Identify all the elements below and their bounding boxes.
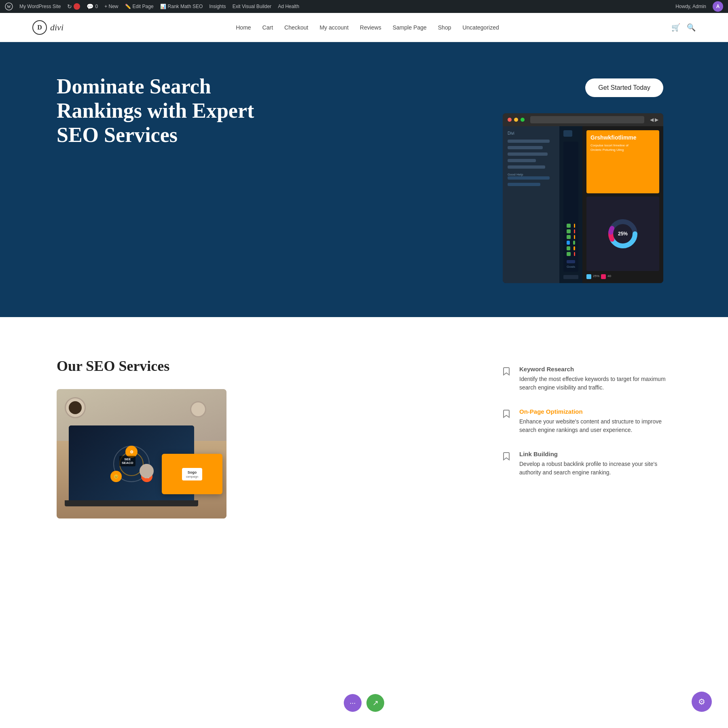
floating-chart-button[interactable]: ↗ [366, 694, 384, 712]
bookmark-icon-3 [502, 451, 511, 461]
admin-bar-howdy[interactable]: Howdy, Admin [675, 4, 706, 9]
hero-cta-button[interactable]: Get Started Today [585, 78, 663, 97]
logo-circle: D [32, 20, 47, 35]
admin-bar-rank-math[interactable]: 📊 Rank Math SEO [160, 4, 203, 9]
hero-title: Dominate Search Rankings with Expert SEO… [57, 74, 299, 147]
service-1-title: Keyword Research [519, 366, 671, 372]
comments-label: 0 [95, 4, 98, 9]
admin-bar-updates[interactable]: ↻ [67, 3, 80, 10]
admin-bar-insights[interactable]: Insights [209, 4, 226, 9]
ad-health-label: Ad Health [278, 4, 299, 9]
seo-chart: Goals [563, 142, 578, 272]
admin-bar-site-name[interactable]: My WordPress Site [19, 4, 61, 9]
nav-uncategorized[interactable]: Uncategorized [462, 24, 499, 31]
site-header: D divi Home Cart Checkout My account Rev… [0, 13, 728, 42]
hero-image: ◀ ▶ Divi Good Help [503, 113, 663, 283]
admin-bar-exit-builder[interactable]: Exit Visual Builder [233, 4, 272, 9]
insights-label: Insights [209, 4, 226, 9]
browser-url-bar[interactable] [530, 116, 644, 123]
admin-bar-ad-health[interactable]: Ad Health [278, 4, 299, 9]
howdy-label: Howdy, Admin [675, 4, 706, 9]
floating-corner: ⚙ [692, 692, 712, 712]
service-3-desc: Develop a robust backlink profile to inc… [519, 460, 671, 477]
site-name-label: My WordPress Site [19, 4, 61, 9]
search-icon-button[interactable]: 🔍 [687, 23, 696, 32]
services-title: Our SEO Services [57, 358, 469, 375]
admin-avatar[interactable]: A [713, 1, 723, 12]
nav-home[interactable]: Home [236, 24, 251, 31]
orange-card: Grshwkfiotlimme Corpulse tocort frmeline… [586, 130, 659, 193]
admin-bar-new[interactable]: + New [104, 4, 118, 9]
donut-chart: 25% [607, 218, 639, 250]
svg-text:25%: 25% [618, 231, 628, 237]
service-1-content: Keyword Research Identify the most effec… [519, 366, 671, 392]
hero-content: Dominate Search Rankings with Expert SEO… [57, 74, 503, 163]
service-3-content: Link Building Develop a robust backlink … [519, 451, 671, 477]
nav-my-account[interactable]: My account [320, 24, 349, 31]
services-image: ⚙ 😊 📧 SEESEACO [57, 389, 226, 518]
rank-math-label: Rank Math SEO [168, 4, 203, 9]
service-item-on-page: On-Page Optimization Enhance your websit… [502, 408, 671, 434]
admin-bar-left: W My WordPress Site ↻ 💬 0 + New ✏️ Edit … [5, 2, 299, 11]
browser-right-panel: Grshwkfiotlimme Corpulse tocort frmeline… [582, 126, 663, 283]
service-item-keyword-research: Keyword Research Identify the most effec… [502, 366, 671, 392]
exit-builder-label: Exit Visual Builder [233, 4, 272, 9]
services-left: Our SEO Services ⚙ [57, 358, 469, 518]
wp-admin-bar: W My WordPress Site ↻ 💬 0 + New ✏️ Edit … [0, 0, 728, 13]
admin-bar-wp-logo[interactable]: W [5, 2, 13, 11]
admin-bar-right: Howdy, Admin A [675, 1, 723, 12]
browser-main: Goals [559, 126, 582, 283]
hero-section: Dominate Search Rankings with Expert SEO… [0, 42, 728, 317]
services-section: Our SEO Services ⚙ [0, 317, 728, 559]
nav-checkout[interactable]: Checkout [284, 24, 308, 31]
site-nav: Home Cart Checkout My account Reviews Sa… [236, 24, 499, 31]
edit-page-label: Edit Page [133, 4, 154, 9]
service-2-title: On-Page Optimization [519, 408, 671, 415]
browser-content: Divi Good Help [503, 126, 663, 283]
nav-shop[interactable]: Shop [438, 24, 451, 31]
bookmark-icon-2 [502, 409, 511, 419]
browser-bar: ◀ ▶ [503, 113, 663, 126]
admin-bar-edit-page[interactable]: ✏️ Edit Page [125, 4, 154, 9]
service-1-desc: Identify the most effective keywords to … [519, 375, 671, 392]
services-right: Keyword Research Identify the most effec… [502, 358, 671, 477]
cart-icon-button[interactable]: 🛒 [671, 23, 680, 32]
floating-buttons: ··· ↗ [344, 694, 384, 712]
nav-reviews[interactable]: Reviews [360, 24, 381, 31]
browser-dot-red [508, 118, 512, 122]
nav-sample-page[interactable]: Sample Page [393, 24, 427, 31]
svg-text:W: W [7, 4, 11, 9]
floating-corner-button[interactable]: ⚙ [692, 692, 712, 712]
new-label: + New [104, 4, 118, 9]
nav-cart[interactable]: Cart [262, 24, 273, 31]
updates-badge [74, 3, 80, 10]
service-3-title: Link Building [519, 451, 671, 457]
donut-card: 25% [586, 197, 659, 271]
browser-dot-green [521, 118, 525, 122]
floating-dots-button[interactable]: ··· [344, 694, 362, 712]
service-2-content: On-Page Optimization Enhance your websit… [519, 408, 671, 434]
site-logo[interactable]: D divi [32, 20, 63, 35]
nav-icons: 🛒 🔍 [671, 23, 696, 32]
browser-dot-yellow [514, 118, 518, 122]
service-item-link-building: Link Building Develop a robust backlink … [502, 451, 671, 477]
service-2-desc: Enhance your website's content and struc… [519, 417, 671, 434]
admin-bar-comments[interactable]: 💬 0 [87, 3, 98, 10]
browser-sidebar: Divi Good Help [503, 126, 559, 283]
bookmark-icon-1 [502, 366, 511, 376]
logo-text: divi [50, 22, 63, 33]
